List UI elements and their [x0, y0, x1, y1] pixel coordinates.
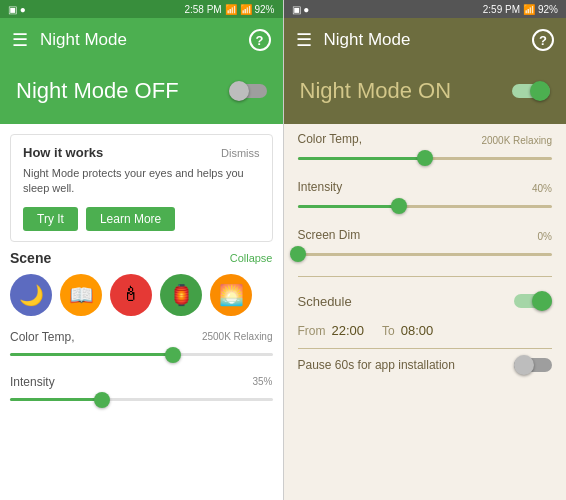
night-mode-header-on: Night Mode ON — [284, 62, 567, 124]
scene-icon-candle[interactable]: 🕯 — [110, 274, 152, 316]
hamburger-menu-icon[interactable]: ☰ — [12, 29, 28, 51]
on-color-temp-track-fill — [298, 157, 425, 160]
dismiss-button[interactable]: Dismiss — [221, 147, 260, 159]
on-screen-dim-label: Screen Dim — [298, 228, 361, 242]
on-color-temp-slider[interactable] — [298, 150, 553, 166]
night-mode-header-off: Night Mode OFF — [0, 62, 283, 124]
on-intensity-track-fill — [298, 205, 400, 208]
on-screen-dim-thumb[interactable] — [290, 246, 306, 262]
on-intensity-thumb[interactable] — [391, 198, 407, 214]
battery-display: 📶 92% — [240, 4, 275, 15]
from-label: From — [298, 324, 326, 338]
status-icons-right: 2:58 PM 📶 📶 92% — [184, 4, 274, 15]
how-it-works-header: How it works Dismiss — [23, 145, 260, 160]
how-it-works-text: Night Mode protects your eyes and helps … — [23, 166, 260, 197]
night-mode-on-title: Night Mode ON — [300, 78, 452, 104]
help-button-left[interactable]: ? — [249, 29, 271, 51]
color-temp-thumb[interactable] — [165, 347, 181, 363]
on-intensity-label: Intensity — [298, 180, 343, 194]
signal-icon-right: 📶 — [523, 4, 535, 15]
scene-icons-row: 🌙 📖 🕯 🏮 🌅 — [10, 274, 273, 316]
how-it-works-card: How it works Dismiss Night Mode protects… — [10, 134, 273, 242]
notification-icon: ▣ ● — [8, 4, 26, 15]
color-temp-label-row: Color Temp, 2500K Relaxing — [10, 330, 273, 344]
right-screen: ▣ ● 2:59 PM 📶 92% ☰ Night Mode ? Night M… — [284, 0, 567, 500]
on-intensity-hint: 40% — [532, 183, 552, 194]
left-screen-content: How it works Dismiss Night Mode protects… — [0, 124, 283, 500]
pause-toggle-thumb — [514, 355, 534, 375]
battery-display-right: 92% — [538, 4, 558, 15]
from-to-row: From 22:00 To 08:00 — [298, 319, 553, 348]
on-color-temp-hint: 2000K Relaxing — [481, 135, 552, 146]
on-intensity-slider[interactable] — [298, 198, 553, 214]
left-screen: ▣ ● 2:58 PM 📶 📶 92% ☰ Night Mode ? Night… — [0, 0, 284, 500]
right-screen-content: Color Temp, 2000K Relaxing Intensity 40% — [284, 124, 567, 500]
app-bar-right: ☰ Night Mode ? — [284, 18, 567, 62]
try-it-button[interactable]: Try It — [23, 207, 78, 231]
night-mode-toggle-on[interactable] — [512, 81, 550, 101]
night-mode-off-title: Night Mode OFF — [16, 78, 179, 104]
status-icons-right-right: 2:59 PM 📶 92% — [483, 4, 558, 15]
status-icons-left: ▣ ● — [8, 4, 26, 15]
to-time[interactable]: 08:00 — [401, 323, 434, 338]
hamburger-menu-icon-right[interactable]: ☰ — [296, 29, 312, 51]
schedule-label: Schedule — [298, 294, 352, 309]
color-temp-slider[interactable] — [10, 347, 273, 363]
schedule-row: Schedule — [298, 283, 553, 319]
on-screen-dim-hint: 0% — [538, 231, 552, 242]
color-temp-hint: 2500K Relaxing — [202, 331, 273, 342]
schedule-toggle[interactable] — [514, 291, 552, 311]
scene-icon-reading[interactable]: 📖 — [60, 274, 102, 316]
intensity-track-fill — [10, 398, 102, 401]
collapse-button[interactable]: Collapse — [230, 252, 273, 264]
on-screen-dim-slider[interactable] — [298, 246, 553, 262]
on-intensity-row: Intensity 40% — [298, 180, 553, 214]
scene-icon-sunrise[interactable]: 🌅 — [210, 274, 252, 316]
divider-1 — [298, 276, 553, 277]
toggle-thumb — [229, 81, 249, 101]
time-display: 2:58 PM — [184, 4, 221, 15]
night-mode-toggle-off[interactable] — [229, 81, 267, 101]
intensity-label-row: Intensity 35% — [10, 375, 273, 389]
on-screen-dim-row: Screen Dim 0% — [298, 228, 553, 262]
color-temp-label: Color Temp, — [10, 330, 74, 344]
schedule-toggle-thumb — [532, 291, 552, 311]
app-bar-title-left: Night Mode — [40, 30, 249, 50]
status-bar-right: ▣ ● 2:59 PM 📶 92% — [284, 0, 567, 18]
scene-icon-lamp[interactable]: 🏮 — [160, 274, 202, 316]
how-it-works-title: How it works — [23, 145, 103, 160]
signal-icon: 📶 — [225, 4, 237, 15]
intensity-slider[interactable] — [10, 392, 273, 408]
on-screen-dim-label-row: Screen Dim 0% — [298, 228, 553, 242]
on-color-temp-row: Color Temp, 2000K Relaxing — [298, 132, 553, 166]
left-sliders-section: Color Temp, 2500K Relaxing Intensity 35% — [0, 326, 283, 430]
intensity-thumb[interactable] — [94, 392, 110, 408]
pause-row: Pause 60s for app installation — [298, 348, 553, 381]
on-color-temp-label: Color Temp, — [298, 132, 362, 146]
how-it-works-buttons: Try It Learn More — [23, 207, 260, 231]
scene-icon-moon[interactable]: 🌙 — [10, 274, 52, 316]
status-bar-left: ▣ ● 2:58 PM 📶 📶 92% — [0, 0, 283, 18]
to-label: To — [382, 324, 395, 338]
help-button-right[interactable]: ? — [532, 29, 554, 51]
pause-label: Pause 60s for app installation — [298, 358, 455, 372]
from-time[interactable]: 22:00 — [332, 323, 365, 338]
scene-section: Scene Collapse 🌙 📖 🕯 🏮 🌅 — [10, 250, 273, 316]
time-display-right: 2:59 PM — [483, 4, 520, 15]
intensity-slider-row: Intensity 35% — [10, 375, 273, 408]
toggle-thumb-on — [530, 81, 550, 101]
status-icons-right-left: ▣ ● — [292, 4, 310, 15]
on-color-temp-thumb[interactable] — [417, 150, 433, 166]
app-bar-title-right: Night Mode — [324, 30, 533, 50]
app-bar-left: ☰ Night Mode ? — [0, 18, 283, 62]
scene-header: Scene Collapse — [10, 250, 273, 266]
learn-more-button[interactable]: Learn More — [86, 207, 175, 231]
intensity-hint: 35% — [252, 376, 272, 387]
on-color-temp-label-row: Color Temp, 2000K Relaxing — [298, 132, 553, 146]
notification-icon-right: ▣ ● — [292, 4, 310, 15]
on-screen-dim-track-bg — [298, 253, 553, 256]
scene-title: Scene — [10, 250, 51, 266]
on-intensity-label-row: Intensity 40% — [298, 180, 553, 194]
pause-toggle[interactable] — [514, 355, 552, 375]
intensity-label: Intensity — [10, 375, 55, 389]
